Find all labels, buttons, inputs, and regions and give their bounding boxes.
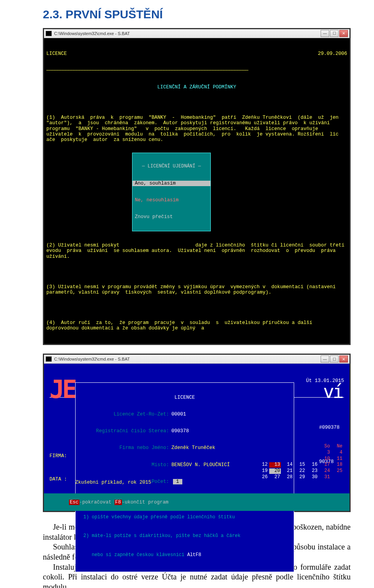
instruction-3: nebo si zapněte českou klávesnici AltF8 — [76, 553, 294, 558]
sample-data-label: Zkušební příklad, rok 2015 — [75, 480, 151, 485]
terms-para-1: (1) Autorská práva k programu "BANKY - H… — [46, 115, 347, 143]
lic-zet-label: Licence Zet-Ro-Zet: — [76, 412, 171, 417]
licence-form-title: LICENCE — [76, 395, 294, 400]
banner-right-fragment: ví — [323, 381, 342, 402]
window-title: C:\Windows\system32\cmd.exe - S.BAT — [54, 357, 130, 362]
screenshot-window-2: C:\Windows\system32\cmd.exe - S.BAT — ☐ … — [43, 354, 351, 512]
meta-hash: #090378 — [319, 425, 342, 430]
maximize-icon[interactable]: ☐ — [330, 30, 339, 37]
popup-title: ─ LICENČNÍ UJEDNÁNÍ ─ — [132, 164, 210, 169]
instruction-1: 1) opište všechny údaje přesně podle lic… — [76, 515, 294, 520]
footer-text-1: -pokračovat — [79, 500, 115, 505]
section-heading: 2.3. PRVNÍ SPUŠTĚNÍ — [0, 8, 374, 21]
window-title: C:\Windows\system32\cmd.exe - S.BAT — [54, 31, 130, 36]
esc-key[interactable]: Esc — [69, 500, 79, 505]
minimize-icon[interactable]: — — [321, 356, 329, 363]
licence-agreement-popup: ─ LICENČNÍ UJEDNÁNÍ ─ Ano, souhlasím Ne,… — [132, 153, 211, 232]
close-icon[interactable]: ✕ — [339, 356, 348, 363]
place-value[interactable]: BENEŠOV N. PLOUČNICÍ — [171, 462, 230, 468]
licence-header: LICENCE — [46, 51, 67, 56]
calendar: SoNe341011121314151617181920212223242526… — [256, 432, 344, 491]
licence-date: 29.09.2006 — [318, 51, 347, 56]
place-label: Místo: — [76, 462, 171, 468]
terms-para-3: (3) Uživatel nesmí v programu provádět z… — [46, 284, 347, 296]
popup-option-no[interactable]: Ne, nesouhlasím — [132, 197, 210, 203]
footer-text-2: -ukončit program — [122, 500, 169, 505]
titlebar: C:\Windows\system32\cmd.exe - S.BAT — ☐ … — [44, 29, 349, 38]
screenshot-window-1: C:\Windows\system32\cmd.exe - S.BAT — ☐ … — [43, 28, 351, 345]
lic-zet-value[interactable]: 00001 — [171, 412, 186, 417]
terms-title: LICENČNÍ A ZÁRUČNÍ PODMÍNKY — [46, 85, 347, 90]
maximize-icon[interactable]: ☐ — [330, 356, 339, 363]
firm-name-value[interactable]: Zdeněk Truněček — [171, 445, 215, 451]
close-icon[interactable]: ✕ — [339, 30, 348, 37]
reg-number-value[interactable]: 090378 — [171, 428, 189, 434]
status-footer: Esc-pokračovat F8-ukončit program — [44, 493, 349, 511]
minimize-icon[interactable]: — — [321, 30, 329, 37]
cmd-icon — [46, 356, 52, 362]
popup-option-reread[interactable]: Znovu přečíst — [132, 214, 210, 220]
terms-para-4: (4) Autor ručí za to, že program pracuje… — [46, 320, 347, 331]
reg-number-label: Registrační číslo Sterea: — [76, 428, 171, 434]
banner-left-fragment: JE — [49, 375, 75, 404]
count-value[interactable]: 1 — [173, 479, 182, 484]
instruction-2: 2) máte-li potíže s diakritikou, pište b… — [76, 533, 294, 539]
firma-label: FIRMA: — [49, 453, 67, 459]
firm-name-label: Firma nebo Jméno: — [76, 445, 171, 451]
terms-para-2: (2) Uživatel nesmí poskyt daje z licenčn… — [46, 243, 347, 259]
ruler: ────────────────────────────────────────… — [46, 68, 347, 73]
cmd-icon — [46, 31, 52, 36]
titlebar: C:\Windows\system32\cmd.exe - S.BAT — ☐ … — [44, 355, 349, 364]
f8-key[interactable]: F8 — [115, 500, 122, 505]
popup-option-yes[interactable]: Ano, souhlasím — [132, 181, 210, 186]
data-label: DATA : — [49, 477, 67, 482]
